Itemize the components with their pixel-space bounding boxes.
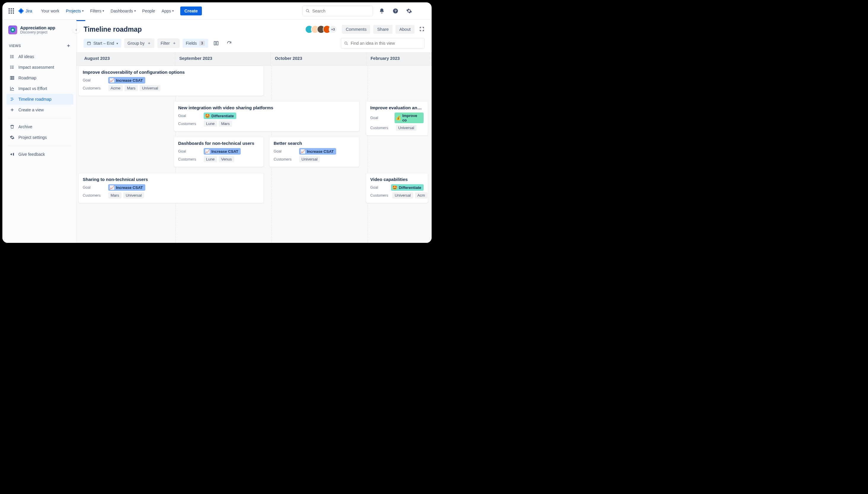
sidebar-item-impact-vs-effort[interactable]: Impact vs Effort: [6, 83, 73, 94]
idea-title: New integration with video sharing platf…: [178, 105, 355, 110]
idea-card[interactable]: Dashboards for non-technical usersGoal📈I…: [174, 137, 264, 167]
field-label-customers: Customers: [274, 157, 295, 162]
goal-emoji-icon: 🤩: [392, 185, 397, 190]
plus-icon: ＋: [147, 41, 151, 46]
chart-icon: [10, 86, 15, 91]
customer-chip[interactable]: Universal: [140, 85, 160, 91]
collaborator-avatars[interactable]: +3: [307, 25, 337, 34]
sidebar-item-roadmap[interactable]: Roadmap: [6, 73, 73, 83]
nav-filters[interactable]: Filters▾: [87, 6, 107, 16]
goal-tag[interactable]: 🤩Differentiate: [391, 184, 423, 191]
svg-line-10: [308, 11, 309, 13]
layout-settings-icon[interactable]: [211, 38, 221, 48]
svg-rect-25: [11, 76, 11, 80]
field-label-customers: Customers: [178, 122, 199, 126]
idea-title: Improve evaluation and co: [370, 105, 423, 110]
sidebar-settings[interactable]: Project settings: [6, 132, 73, 143]
nav-dashboards[interactable]: Dashboards▾: [108, 6, 139, 16]
field-label-goal: Goal: [83, 78, 104, 82]
nav-apps[interactable]: Apps▾: [159, 6, 177, 16]
goal-emoji-icon: 💰: [396, 115, 401, 120]
sidebar-item-all-ideas[interactable]: All ideas: [6, 51, 73, 62]
search-icon: [344, 41, 348, 45]
refresh-icon[interactable]: [224, 38, 234, 48]
find-idea-input[interactable]: [351, 41, 421, 45]
sidebar-archive[interactable]: Archive: [6, 121, 73, 132]
field-label-goal: Goal: [83, 185, 104, 190]
svg-rect-36: [88, 42, 91, 45]
customer-chip[interactable]: Universal: [392, 192, 413, 198]
page-title: Timeline roadmap: [84, 25, 142, 34]
timeline-column-header: August 2023: [80, 52, 175, 65]
fullscreen-icon[interactable]: [419, 26, 424, 33]
global-search-input[interactable]: [312, 8, 370, 13]
customer-chip[interactable]: Mars: [125, 85, 138, 91]
project-logo-icon: [8, 25, 17, 34]
customer-chip[interactable]: Venus: [219, 156, 234, 162]
help-icon[interactable]: ?: [391, 6, 400, 16]
profile-avatar[interactable]: [418, 7, 426, 15]
svg-rect-4: [11, 11, 12, 12]
date-range-picker[interactable]: Start – End ▾: [84, 39, 121, 48]
idea-card[interactable]: New integration with video sharing platf…: [174, 101, 360, 132]
nav-projects[interactable]: Projects▾: [63, 6, 87, 16]
customer-chip[interactable]: Universal: [299, 156, 320, 162]
goal-tag[interactable]: 📈Increase CSAT: [108, 77, 145, 83]
find-idea-search[interactable]: [341, 38, 424, 49]
customer-chip[interactable]: Acm: [415, 192, 428, 198]
customer-chip[interactable]: Lune: [204, 120, 217, 127]
sidebar-collapse-button[interactable]: ‹: [73, 26, 80, 33]
comments-button[interactable]: Comments: [342, 25, 370, 34]
idea-title: Sharing to non-technical users: [83, 177, 259, 182]
svg-rect-3: [8, 11, 10, 12]
goal-tag[interactable]: 💰Improve co: [395, 113, 423, 123]
idea-card[interactable]: Better searchGoal📈Increase CSATCustomers…: [269, 137, 359, 167]
customer-chip[interactable]: Universal: [123, 192, 144, 198]
idea-card[interactable]: Improve evaluation and coGoal💰Improve co…: [366, 101, 428, 136]
jira-logo-text: Jira: [25, 8, 32, 13]
customer-chip[interactable]: Mars: [108, 192, 122, 198]
goal-tag[interactable]: 📈Increase CSAT: [299, 148, 336, 155]
svg-line-40: [347, 44, 348, 45]
idea-card[interactable]: Video capabilitiesGoal🤩DifferentiateCust…: [366, 173, 428, 203]
settings-icon[interactable]: [404, 6, 414, 16]
idea-title: Video capabilities: [370, 177, 423, 182]
svg-point-9: [306, 9, 309, 12]
idea-card[interactable]: Sharing to non-technical usersGoal📈Incre…: [78, 173, 264, 203]
sidebar-feedback[interactable]: Give feedback: [6, 149, 73, 159]
sidebar-item-impact-assessment[interactable]: Impact assessment: [6, 62, 73, 73]
svg-rect-0: [8, 8, 10, 10]
fields-button[interactable]: Fields 3: [183, 39, 208, 48]
jira-logo[interactable]: Jira: [18, 8, 32, 14]
customer-chip[interactable]: Lune: [204, 156, 217, 162]
share-button[interactable]: Share: [373, 25, 393, 34]
create-button[interactable]: Create: [180, 6, 202, 15]
goal-tag[interactable]: 🤩Differentiate: [204, 113, 236, 119]
about-button[interactable]: About: [396, 25, 414, 34]
sidebar-item-create-a-view[interactable]: Create a view: [6, 104, 73, 115]
chevron-down-icon: ▾: [116, 42, 118, 45]
group-by-button[interactable]: Group by ＋: [124, 38, 155, 48]
main-content: Timeline roadmap +3 Comments Share About: [76, 20, 432, 243]
project-type: Discovery project: [20, 30, 55, 34]
project-header[interactable]: Appreciation app Discovery project: [6, 25, 73, 40]
svg-point-30: [13, 88, 14, 89]
customer-chip[interactable]: Mars: [219, 120, 232, 127]
goal-tag[interactable]: 📈Increase CSAT: [108, 184, 145, 191]
filter-button[interactable]: Filter ＋: [158, 38, 180, 48]
column-divider: [367, 66, 368, 243]
sidebar-item-timeline-roadmap[interactable]: Timeline roadmap: [6, 94, 73, 104]
idea-card[interactable]: Improve discoverability of configuration…: [78, 66, 264, 96]
avatar-more[interactable]: +3: [329, 25, 337, 34]
global-search[interactable]: [302, 6, 373, 16]
notifications-icon[interactable]: [377, 6, 386, 16]
add-view-icon[interactable]: ＋: [66, 43, 71, 49]
customer-chip[interactable]: Acme: [108, 85, 123, 91]
customer-chip[interactable]: Universal: [396, 125, 416, 131]
svg-point-29: [12, 88, 13, 88]
goal-tag[interactable]: 📈Increase CSAT: [204, 148, 241, 155]
nav-your-work[interactable]: Your work: [38, 6, 62, 16]
app-switcher-icon[interactable]: [8, 7, 15, 15]
svg-text:?: ?: [394, 9, 396, 13]
nav-people[interactable]: People: [139, 6, 158, 16]
